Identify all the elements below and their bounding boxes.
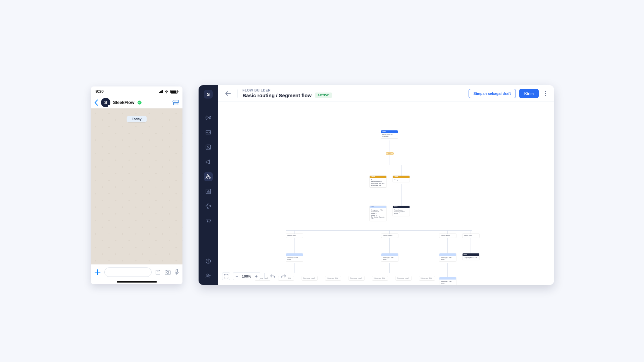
message-input[interactable] [104,267,152,277]
svg-point-1 [157,272,158,272]
back-button[interactable] [223,89,233,98]
node-head-label: Trigger [382,131,386,132]
nav-invite[interactable] [204,272,213,280]
node-leaf-8[interactable]: Kirim pesan · detail [419,276,435,280]
node-leaf-6[interactable]: Kirim pesan · detail [372,276,388,280]
node-leaf-7[interactable]: Kirim pesan · detail [396,276,411,280]
svg-point-12 [207,223,208,223]
wifi-icon [164,90,169,94]
svg-point-17 [545,93,546,94]
plus-icon[interactable] [94,269,101,276]
undo-button[interactable] [269,272,277,280]
more-menu[interactable] [542,89,549,98]
svg-point-16 [545,91,546,92]
nav-flow-builder[interactable] [204,172,213,181]
app-window: S FLOW BUILDER Basic routi [199,85,554,285]
node-child-3[interactable]: Whatsapp → Pilih promo [439,253,456,261]
phone-mock: 9:30 S SleekFlow Today [91,86,182,284]
storefront-icon[interactable] [172,100,179,106]
svg-rect-4 [176,269,178,272]
node-child-1[interactable]: Whatsapp → Pilih promo [286,253,303,261]
avatar[interactable]: S [101,98,110,107]
node-leaf-3[interactable]: Kirim pesan · detail [302,276,317,280]
phone-time: 9:30 [96,89,104,94]
node-trigger[interactable]: Trigger Pesan masuk via Whatsapp [381,130,398,138]
nav-broadcast[interactable] [204,113,213,122]
redo-button[interactable] [279,272,287,280]
contact-name[interactable]: SleekFlow [113,100,135,105]
node-condition-b[interactable]: Cond B Lainnya [393,176,410,182]
svg-rect-8 [208,174,209,176]
svg-point-3 [167,271,169,273]
today-chip: Today [126,116,147,122]
svg-point-5 [208,117,209,118]
node-leaf-5[interactable]: Kirim pesan · detail [349,276,364,280]
pill-start[interactable]: Start [386,152,394,155]
chat-input-bar [91,264,182,280]
nav-help[interactable] [204,257,213,265]
chat-area: Today [91,109,182,264]
nav-analytics[interactable] [204,187,213,196]
svg-point-18 [545,95,546,96]
verified-icon [137,100,142,105]
fit-screen-button[interactable] [222,272,230,280]
sticker-icon[interactable] [155,269,161,275]
save-draft-button[interactable]: Simpan sebagai draft [469,89,516,98]
page-title: Basic routing / Segment flow [243,93,312,98]
nav-integrations[interactable] [204,202,213,210]
svg-point-15 [207,274,208,276]
svg-rect-10 [209,178,211,179]
status-badge: ACTIVE [315,93,332,98]
node-leaf-9[interactable]: Whatsapp → Pilih promo [439,277,456,285]
chat-header: S SleekFlow [91,97,182,109]
flow-canvas[interactable]: Trigger Pesan masuk via Whatsapp Start C… [218,102,554,285]
camera-icon[interactable] [164,269,171,275]
node-action-left[interactable]: Action Kirim pesan → Pilih promo terbaik… [370,206,386,221]
node-branch-3[interactable]: Branch · Harga [439,234,456,238]
nav-contacts[interactable] [204,143,213,152]
svg-point-2 [159,272,159,272]
node-branch-4[interactable]: Branch · Lain [463,234,479,238]
svg-rect-9 [206,178,208,179]
breadcrumb: FLOW BUILDER [243,88,332,93]
zoom-in-button[interactable]: + [253,274,260,279]
node-child-4[interactable]: ActionLangsung PRODUCT [463,253,479,260]
node-branch-1[interactable]: Branch · Toko [286,234,303,238]
zoom-level: 100% [240,274,253,278]
node-child-2[interactable]: Whatsapp → Pilih promo [381,253,398,261]
node-condition-a[interactable]: Cond A Jika pesan mengandung kata kunci … [370,176,386,187]
svg-point-7 [208,146,209,147]
node-action-right[interactable]: Action Pesan balasan otomatis panduan um… [393,206,410,216]
battery-icon [170,90,178,94]
side-rail: S [199,85,218,285]
nav-commerce[interactable] [204,217,213,225]
node-branch-2[interactable]: Branch · Produk [381,234,398,238]
app-logo[interactable]: S [204,90,213,99]
zoom-toolbar: − 100% + [222,272,287,281]
main-panel: FLOW BUILDER Basic routing / Segment flo… [218,85,554,285]
nav-campaign[interactable] [204,158,213,166]
top-bar: FLOW BUILDER Basic routing / Segment flo… [218,85,554,102]
home-indicator [91,280,182,284]
mic-icon[interactable] [174,269,179,276]
nav-inbox[interactable] [204,128,213,137]
phone-status-right [159,90,178,94]
zoom-out-button[interactable]: − [233,274,240,279]
signal-icon [159,90,163,93]
send-button[interactable]: Kirim [519,89,539,98]
back-icon[interactable] [94,100,98,106]
svg-point-13 [209,223,210,223]
phone-status-bar: 9:30 [91,86,182,97]
node-leaf-4[interactable]: Kirim pesan · detail [325,276,341,280]
